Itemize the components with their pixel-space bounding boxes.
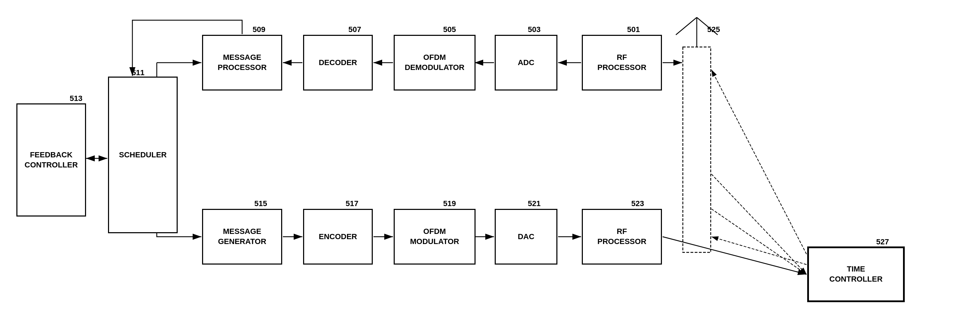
ofdm-modulator-label: OFDM MODULATOR [410, 227, 459, 246]
rf-processor-top-label: RF PROCESSOR [598, 52, 647, 72]
svg-line-23 [711, 70, 807, 254]
encoder-label: ENCODER [319, 232, 357, 242]
decoder-label: DECODER [319, 58, 357, 68]
ofdm-demodulator-label: OFDM DEMODULATOR [405, 52, 465, 72]
lbl-503: 503 [528, 25, 541, 34]
message-generator-block: MESSAGE GENERATOR [202, 209, 282, 265]
svg-line-22 [711, 237, 807, 265]
svg-rect-18 [683, 47, 711, 252]
rf-processor-top-block: RF PROCESSOR [582, 35, 662, 90]
message-processor-label: MESSAGE PROCESSOR [218, 52, 267, 72]
lbl-511: 511 [132, 68, 145, 77]
lbl-501: 501 [627, 25, 640, 34]
lbl-507: 507 [348, 25, 361, 34]
feedback-controller-label: FEEDBACK CONTROLLER [25, 150, 78, 170]
lbl-527: 527 [876, 237, 889, 246]
encoder-block: ENCODER [303, 209, 373, 265]
lbl-517: 517 [345, 199, 358, 208]
feedback-controller-block: FEEDBACK CONTROLLER [16, 103, 86, 217]
rf-processor-bottom-block: RF PROCESSOR [582, 209, 662, 265]
lbl-513: 513 [70, 94, 83, 103]
message-processor-block: MESSAGE PROCESSOR [202, 35, 282, 90]
rf-processor-bottom-label: RF PROCESSOR [598, 227, 647, 246]
lbl-523: 523 [631, 199, 644, 208]
scheduler-label: SCHEDULER [119, 150, 167, 160]
message-generator-label: MESSAGE GENERATOR [218, 227, 267, 246]
ofdm-demodulator-block: OFDM DEMODULATOR [394, 35, 476, 90]
svg-line-16 [676, 17, 697, 35]
lbl-509: 509 [253, 25, 266, 34]
lbl-505: 505 [443, 25, 456, 34]
adc-block: ADC [495, 35, 557, 90]
ofdm-modulator-block: OFDM MODULATOR [394, 209, 476, 265]
svg-line-21 [711, 174, 807, 274]
lbl-521: 521 [528, 199, 541, 208]
lbl-519: 519 [443, 199, 456, 208]
adc-label: ADC [518, 58, 535, 68]
time-controller-block: TIME CONTROLLER [807, 246, 905, 302]
time-controller-label: TIME CONTROLLER [829, 264, 883, 284]
scheduler-block: SCHEDULER [108, 76, 178, 233]
svg-line-14 [663, 237, 807, 274]
dac-block: DAC [495, 209, 557, 265]
diagram-container: FEEDBACK CONTROLLER SCHEDULER MESSAGE PR… [0, 0, 980, 322]
decoder-block: DECODER [303, 35, 373, 90]
lbl-525: 525 [707, 25, 720, 34]
svg-line-20 [711, 209, 807, 274]
lbl-515: 515 [254, 199, 267, 208]
dac-label: DAC [518, 232, 535, 242]
